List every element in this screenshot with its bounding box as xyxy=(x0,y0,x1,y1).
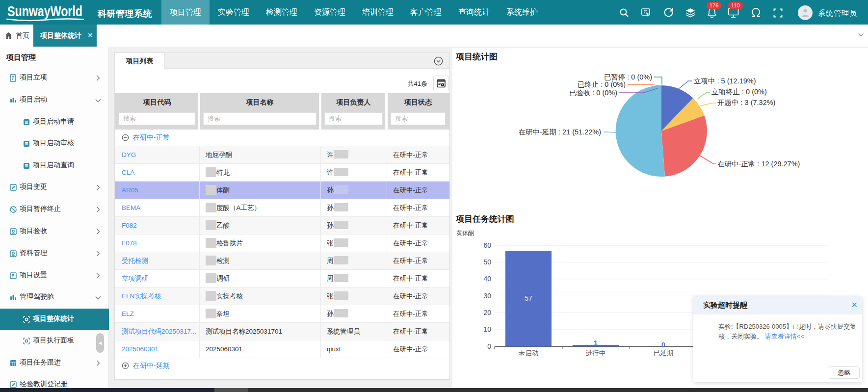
svg-text:已终止 : 0 (0%): 已终止 : 0 (0%) xyxy=(578,80,626,88)
svg-text:30: 30 xyxy=(483,292,491,300)
svg-text:57: 57 xyxy=(525,294,532,302)
svg-text:在研中-延期 : 21 (51.22%): 在研中-延期 : 21 (51.22%) xyxy=(519,128,601,136)
svg-text:0: 0 xyxy=(661,341,665,349)
svg-text:10: 10 xyxy=(483,325,491,333)
svg-text:0: 0 xyxy=(487,342,491,350)
svg-text:已暂停 : 0 (0%): 已暂停 : 0 (0%) xyxy=(604,73,652,81)
svg-text:进行中: 进行中 xyxy=(586,349,606,357)
svg-text:40: 40 xyxy=(483,275,491,283)
svg-text:50: 50 xyxy=(483,258,491,266)
svg-text:未启动: 未启动 xyxy=(519,349,539,357)
svg-text:立项终止 : 0 (0%): 立项终止 : 0 (0%) xyxy=(711,88,767,96)
svg-text:已验收 : 0 (0%): 已验收 : 0 (0%) xyxy=(569,89,617,97)
svg-text:1: 1 xyxy=(594,339,598,347)
svg-text:已延期: 已延期 xyxy=(654,349,674,357)
svg-text:在研中-正常 : 12 (29.27%): 在研中-正常 : 12 (29.27%) xyxy=(717,160,800,168)
svg-text:开题中 : 3 (7.32%): 开题中 : 3 (7.32%) xyxy=(717,99,775,106)
svg-text:20: 20 xyxy=(483,309,491,316)
svg-text:60: 60 xyxy=(483,241,491,249)
svg-text:立项中 : 5 (12.19%): 立项中 : 5 (12.19%) xyxy=(694,77,756,85)
